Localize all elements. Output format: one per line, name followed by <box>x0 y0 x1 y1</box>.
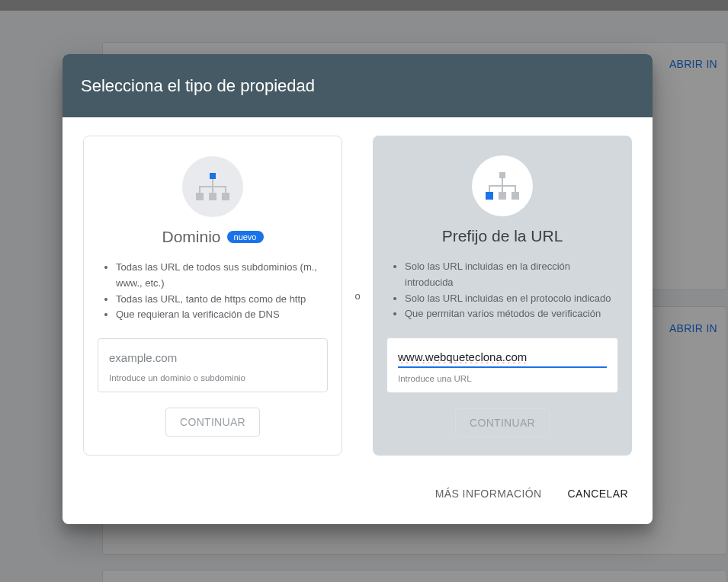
domain-option-card[interactable]: Dominio nuevo Todas las URL de todos sus… <box>83 136 342 456</box>
sitemap-icon <box>182 156 243 217</box>
domain-input[interactable] <box>109 350 316 367</box>
domain-card-title: Dominio <box>162 228 220 246</box>
modal-footer: MÁS INFORMACIÓN CANCELAR <box>63 474 653 524</box>
card-title-row: Dominio nuevo <box>162 228 263 246</box>
more-info-button[interactable]: MÁS INFORMACIÓN <box>432 483 545 504</box>
domain-bullets: Todas las URL de todos sus subdominios (… <box>98 260 328 323</box>
url-input[interactable] <box>398 349 607 368</box>
url-prefix-option-card[interactable]: Prefijo de la URL Solo las URL incluidas… <box>373 136 632 456</box>
url-input-box: Introduce una URL <box>386 337 618 393</box>
domain-continue-button[interactable]: CONTINUAR <box>165 408 260 437</box>
svg-rect-1 <box>196 193 204 200</box>
url-card-title: Prefijo de la URL <box>442 227 563 245</box>
list-item: Todas las URL, tanto de https como de ht… <box>116 292 328 308</box>
url-helper: Introduce una URL <box>398 374 607 383</box>
domain-helper: Introduce un dominio o subdominio <box>109 373 316 382</box>
list-item: Solo las URL incluidas en el protocolo i… <box>405 291 618 307</box>
new-badge: nuevo <box>227 231 264 243</box>
property-type-modal: Selecciona el tipo de propiedad Dominio … <box>63 54 653 524</box>
svg-rect-0 <box>210 173 216 179</box>
list-item: Que permitan varios métodos de verificac… <box>405 306 618 322</box>
svg-rect-7 <box>512 192 519 200</box>
list-item: Todas las URL de todos sus subdominios (… <box>116 260 328 292</box>
svg-rect-2 <box>209 193 216 200</box>
svg-rect-5 <box>486 192 493 200</box>
svg-rect-4 <box>499 172 505 178</box>
modal-title: Selecciona el tipo de propiedad <box>63 54 653 117</box>
domain-input-box: Introduce un dominio o subdominio <box>98 338 328 392</box>
url-continue-button[interactable]: CONTINUAR <box>455 408 550 437</box>
card-title-row: Prefijo de la URL <box>442 227 563 245</box>
svg-rect-6 <box>499 192 506 200</box>
sitemap-icon <box>472 155 533 216</box>
list-item: Que requieran la verificación de DNS <box>116 307 328 323</box>
divider-or: o <box>354 290 361 302</box>
list-item: Solo las URL incluidas en la dirección i… <box>405 259 618 291</box>
modal-body: Dominio nuevo Todas las URL de todos sus… <box>63 117 653 474</box>
cancel-button[interactable]: CANCELAR <box>565 483 631 504</box>
url-bullets: Solo las URL incluidas en la dirección i… <box>386 259 618 322</box>
svg-rect-3 <box>222 193 229 200</box>
